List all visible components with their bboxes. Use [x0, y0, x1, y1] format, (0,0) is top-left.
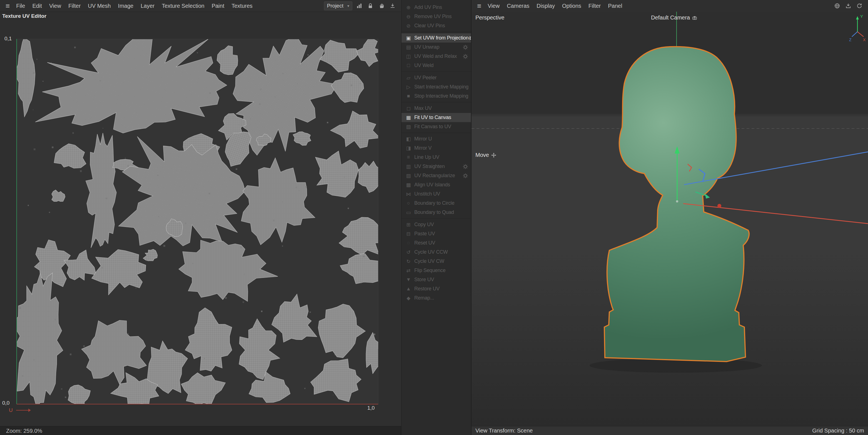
uv-island[interactable]	[92, 250, 146, 295]
history-icon[interactable]	[855, 2, 864, 10]
viewport-menu-icon[interactable]: ≡	[474, 2, 484, 10]
uv-island[interactable]	[319, 40, 359, 72]
uv-island[interactable]	[318, 304, 365, 358]
cmd-clear-uv-pins[interactable]: ⊘Clear UV Pins	[402, 21, 471, 30]
uv-island[interactable]	[17, 39, 35, 117]
cmd-set-uvw-from-projection[interactable]: ▣Set UVW from Projection	[402, 33, 471, 42]
uv-island[interactable]	[179, 240, 278, 301]
cmd-fit-canvas-to-uv[interactable]: ▧Fit Canvas to UV	[402, 122, 471, 131]
uv-island[interactable]	[143, 249, 158, 261]
cmd-store-uv[interactable]: ▼Store UV	[402, 275, 471, 284]
viewport-3d-canvas[interactable]: Perspective Default Camera Move	[471, 12, 868, 426]
save-state-icon[interactable]	[844, 2, 852, 10]
cmd-uv-weld-and-relax[interactable]: ◫UV Weld and Relax	[402, 52, 471, 61]
cmd-restore-uv[interactable]: ▲Restore UV	[402, 284, 471, 293]
uv-island[interactable]	[249, 372, 290, 402]
uv-island[interactable]	[241, 158, 315, 245]
cmd-mirror-v[interactable]: ◨Mirror V	[402, 144, 471, 153]
cmd-uv-rectangularize[interactable]: ▨UV Rectangularize	[402, 171, 471, 180]
menu-file[interactable]: File	[12, 0, 29, 12]
menu-filter[interactable]: Filter	[65, 0, 84, 12]
vp-menu-panel[interactable]: Panel	[604, 0, 626, 12]
menu-paint[interactable]: Paint	[208, 0, 228, 12]
menu-textures[interactable]: Textures	[228, 0, 256, 12]
uv-island[interactable]	[315, 151, 359, 198]
uv-island[interactable]	[293, 132, 311, 145]
cmd-align-uv-islands[interactable]: ▩Align UV Islands	[402, 180, 471, 190]
uv-island[interactable]	[272, 294, 317, 342]
menu-edit[interactable]: Edit	[29, 0, 45, 12]
uv-unit-square[interactable]	[17, 39, 378, 404]
uv-island[interactable]	[356, 39, 378, 67]
uv-island[interactable]	[54, 144, 86, 168]
main-menu-icon[interactable]: ≡	[3, 2, 12, 10]
cmd-unstitch-uv[interactable]: ⋈Unstitch UV	[402, 190, 471, 199]
menu-texture-selection[interactable]: Texture Selection	[158, 0, 208, 12]
uv-island[interactable]	[340, 254, 378, 284]
axis-z-label: Z	[849, 37, 851, 42]
lock-icon[interactable]	[366, 2, 375, 10]
vp-menu-view[interactable]: View	[484, 0, 503, 12]
uv-island[interactable]	[239, 319, 280, 380]
menu-layer[interactable]: Layer	[137, 0, 158, 12]
uv-island[interactable]	[181, 373, 225, 404]
vp-menu-display[interactable]: Display	[533, 0, 558, 12]
vp-menu-options[interactable]: Options	[558, 0, 585, 12]
uv-island[interactable]	[17, 273, 63, 404]
menu-view[interactable]: View	[45, 0, 65, 12]
cmd-uv-peeler[interactable]: ▱UV Peeler	[402, 73, 471, 82]
cmd-flip-sequence[interactable]: ⇄Flip Sequence	[402, 266, 471, 275]
uv-island[interactable]	[331, 73, 364, 103]
uv-islands-svg[interactable]	[17, 39, 378, 404]
cmd-stop-interactive-mapping[interactable]: ■Stop Interactive Mapping	[402, 91, 471, 101]
cmd-copy-uv[interactable]: ⊞Copy UV	[402, 220, 471, 229]
cmd-line-up-uv[interactable]: ≡Line Up UV	[402, 153, 471, 162]
cmd-max-uv[interactable]: ◻Max UV	[402, 104, 471, 113]
pan-hand-icon[interactable]	[377, 2, 386, 10]
cmd-paste-uv[interactable]: ⊟Paste UV	[402, 229, 471, 238]
cmd-cycle-uv-ccw[interactable]: ↺Cycle UV CCW	[402, 248, 471, 257]
menu-image[interactable]: Image	[115, 0, 137, 12]
cmd-uv-weld[interactable]: □UV Weld	[402, 61, 471, 70]
settings-gear-icon[interactable]	[463, 164, 468, 169]
settings-gear-icon[interactable]	[463, 45, 468, 50]
uv-island[interactable]	[366, 332, 378, 374]
cmd-boundary-to-quad[interactable]: ▭Boundary to Quad	[402, 208, 471, 217]
uv-island[interactable]	[185, 308, 232, 371]
menu-uv-mesh[interactable]: UV Mesh	[84, 0, 114, 12]
uv-canvas-area[interactable]: 0,1 0,0 1,0 U	[0, 20, 401, 426]
cmd-cycle-uv-cw[interactable]: ↻Cycle UV CW	[402, 257, 471, 266]
cmd-mirror-u[interactable]: ◧Mirror U	[402, 134, 471, 144]
cmd-fit-uv-to-canvas[interactable]: ▦Fit UV to Canvas	[402, 113, 471, 122]
settings-gear-icon[interactable]	[463, 173, 468, 179]
project-dropdown[interactable]: Project ▾	[324, 1, 352, 10]
chart-icon[interactable]	[355, 2, 364, 10]
uv-island[interactable]	[330, 111, 378, 148]
view-mode-label[interactable]: Perspective	[475, 14, 504, 21]
uv-island[interactable]	[358, 161, 378, 193]
cmd-reset-uv[interactable]: ◌Reset UV	[402, 238, 471, 248]
dock-icon[interactable]	[389, 2, 397, 10]
cmd-boundary-to-circle[interactable]: ○Boundary to Circle	[402, 199, 471, 208]
cmd-start-interactive-mapping[interactable]: ▷Start Interactive Mapping	[402, 82, 471, 91]
world-icon[interactable]	[833, 2, 841, 10]
settings-gear-icon[interactable]	[468, 35, 471, 41]
uv-island[interactable]	[52, 190, 65, 202]
uv-island[interactable]	[339, 217, 378, 255]
cmd-remap[interactable]: ◆Remap...	[402, 293, 471, 302]
cmd-uv-unwrap[interactable]: ▤UV Unwrap	[402, 42, 471, 52]
settings-gear-icon[interactable]	[463, 54, 468, 59]
cmd-uv-straighten[interactable]: ▥UV Straighten	[402, 162, 471, 171]
cmd-remove-uv-pins[interactable]: ⊖Remove UV Pins	[402, 12, 471, 21]
uv-island[interactable]	[217, 46, 238, 75]
camera-label[interactable]: Default Camera	[651, 14, 698, 21]
vp-menu-filter[interactable]: Filter	[585, 0, 604, 12]
uv-island[interactable]	[68, 385, 91, 404]
uv-island[interactable]	[311, 359, 361, 402]
cmd-add-uv-pins[interactable]: ⊕Add UV Pins	[402, 3, 471, 12]
uv-island[interactable]	[86, 133, 117, 248]
vp-menu-cameras[interactable]: Cameras	[503, 0, 533, 12]
camera-swap-icon[interactable]	[692, 15, 698, 20]
uv-island[interactable]	[27, 39, 230, 142]
uv-island[interactable]	[82, 320, 147, 385]
